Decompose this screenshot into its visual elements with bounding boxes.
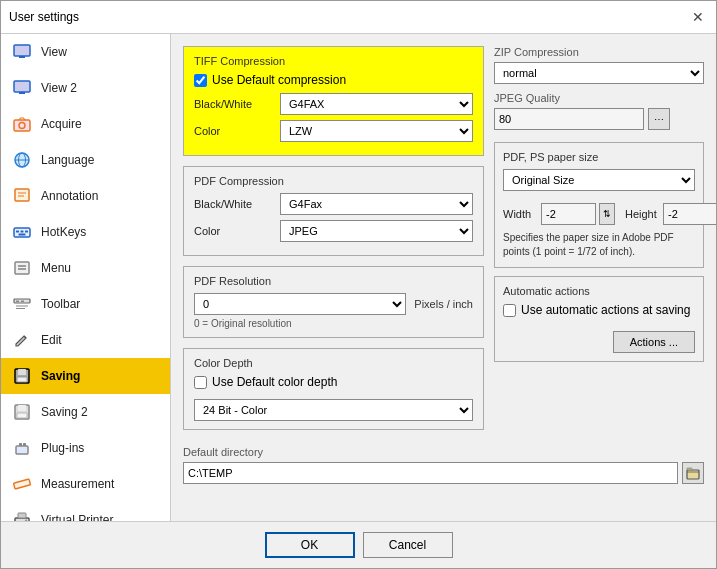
window-title: User settings xyxy=(9,10,79,24)
jpeg-quality-input[interactable] xyxy=(494,108,644,130)
pdf-section-title: PDF Compression xyxy=(194,175,473,187)
sidebar-item-edit[interactable]: Edit xyxy=(1,322,170,358)
zip-select[interactable]: normal fast best xyxy=(494,62,704,84)
saving-icon xyxy=(11,365,33,387)
user-settings-window: User settings ✕ View View 2 xyxy=(0,0,717,569)
tiff-color-select[interactable]: LZW JPEG None xyxy=(280,120,473,142)
sidebar-item-toolbar[interactable]: Toolbar xyxy=(1,286,170,322)
sidebar-item-saving[interactable]: Saving xyxy=(1,358,170,394)
pdf-bw-row: Black/White G4Fax JPEG LZW None xyxy=(194,193,473,215)
default-dir-row xyxy=(183,462,704,484)
svg-rect-36 xyxy=(18,513,26,518)
tiff-color-row: Color LZW JPEG None xyxy=(194,120,473,142)
sidebar-item-acquire[interactable]: Acquire xyxy=(1,106,170,142)
color-depth-section: Color Depth Use Default color depth 24 B… xyxy=(183,348,484,430)
sidebar-item-hotkeys[interactable]: HotKeys xyxy=(1,214,170,250)
svg-rect-16 xyxy=(19,234,26,236)
zip-section: ZIP Compression normal fast best xyxy=(494,46,704,84)
pdf-bw-label: Black/White xyxy=(194,198,274,210)
sidebar-label-saving: Saving xyxy=(41,369,80,383)
sidebar-label-hotkeys: HotKeys xyxy=(41,225,86,239)
printer-icon xyxy=(11,509,33,521)
tiff-use-default-checkbox[interactable] xyxy=(194,74,207,87)
saving2-icon xyxy=(11,401,33,423)
sidebar-item-annotation[interactable]: Annotation xyxy=(1,178,170,214)
camera-icon xyxy=(11,113,33,135)
svg-rect-13 xyxy=(16,231,19,233)
sidebar-label-toolbar: Toolbar xyxy=(41,297,80,311)
pdf-color-row: Color JPEG LZW None xyxy=(194,220,473,242)
monitor2-icon xyxy=(11,77,33,99)
width-input[interactable] xyxy=(541,203,596,225)
jpeg-label: JPEG Quality xyxy=(494,92,704,104)
width-spin-button[interactable]: ⇅ xyxy=(599,203,615,225)
sidebar-item-virtual-printer[interactable]: Virtual Printer xyxy=(1,502,170,521)
pdf-ps-size-select[interactable]: Original Size A4 Letter Custom xyxy=(503,169,695,191)
sidebar-label-measurement: Measurement xyxy=(41,477,114,491)
color-depth-use-default-checkbox[interactable] xyxy=(194,376,207,389)
sidebar-label-view2: View 2 xyxy=(41,81,77,95)
svg-rect-34 xyxy=(13,479,30,489)
tiff-use-default-row: Use Default compression xyxy=(194,73,473,87)
main-panel: TIFF Compression Use Default compression… xyxy=(171,34,716,521)
close-button[interactable]: ✕ xyxy=(688,7,708,27)
automatic-actions-section: Automatic actions Use automatic actions … xyxy=(494,276,704,362)
pdf-resolution-title: PDF Resolution xyxy=(194,275,473,287)
ok-button[interactable]: OK xyxy=(265,532,355,558)
svg-rect-9 xyxy=(15,189,29,201)
annotation-icon xyxy=(11,185,33,207)
svg-rect-29 xyxy=(18,405,26,411)
svg-rect-21 xyxy=(16,301,19,303)
svg-rect-27 xyxy=(17,377,27,382)
sidebar-label-view: View xyxy=(41,45,67,59)
width-label: Width xyxy=(503,208,538,220)
pdf-specifies-text: Specifies the paper size in Adobe PDF po… xyxy=(503,231,695,259)
pdf-ps-section: PDF, PS paper size Original Size A4 Lett… xyxy=(494,142,704,268)
auto-actions-checkbox[interactable] xyxy=(503,304,516,317)
svg-rect-15 xyxy=(25,231,28,233)
svg-rect-17 xyxy=(15,262,29,274)
jpeg-quality-button[interactable]: ⋯ xyxy=(648,108,670,130)
cancel-button[interactable]: Cancel xyxy=(363,532,453,558)
tiff-bw-label: Black/White xyxy=(194,98,274,110)
pdf-resolution-row: 0 72 96 150 200 300 Pixels / inch xyxy=(194,293,473,315)
pdf-bw-select[interactable]: G4Fax JPEG LZW None xyxy=(280,193,473,215)
actions-button[interactable]: Actions ... xyxy=(613,331,695,353)
sidebar-label-virtual-printer: Virtual Printer xyxy=(41,513,113,521)
auto-actions-title: Automatic actions xyxy=(503,285,695,297)
sidebar-item-saving2[interactable]: Saving 2 xyxy=(1,394,170,430)
tiff-bw-row: Black/White G4FAX LZW JPEG None xyxy=(194,93,473,115)
sidebar-label-saving2: Saving 2 xyxy=(41,405,88,419)
svg-rect-30 xyxy=(17,413,27,418)
height-input[interactable] xyxy=(663,203,716,225)
pdf-compression-section: PDF Compression Black/White G4Fax JPEG L… xyxy=(183,166,484,256)
sidebar-item-plugins[interactable]: Plug-ins xyxy=(1,430,170,466)
svg-rect-32 xyxy=(19,443,22,446)
pdf-color-select[interactable]: JPEG LZW None xyxy=(280,220,473,242)
tiff-bw-select[interactable]: G4FAX LZW JPEG None xyxy=(280,93,473,115)
default-dir-browse-button[interactable] xyxy=(682,462,704,484)
color-depth-select[interactable]: 24 Bit - Color 8 Bit - Grayscale 1 Bit -… xyxy=(194,399,473,421)
title-bar: User settings ✕ xyxy=(1,1,716,34)
color-depth-title: Color Depth xyxy=(194,357,473,369)
sidebar-item-language[interactable]: Language xyxy=(1,142,170,178)
sidebar-label-plugins: Plug-ins xyxy=(41,441,84,455)
svg-rect-3 xyxy=(19,92,25,94)
color-depth-use-default-label: Use Default color depth xyxy=(212,375,337,389)
sidebar: View View 2 Acquire Langua xyxy=(1,34,171,521)
sidebar-item-menu[interactable]: Menu xyxy=(1,250,170,286)
color-depth-use-default-row: Use Default color depth xyxy=(194,375,473,389)
svg-rect-1 xyxy=(19,56,25,58)
default-dir-input[interactable] xyxy=(183,462,678,484)
pdf-resolution-select[interactable]: 0 72 96 150 200 300 xyxy=(194,293,406,315)
auto-actions-checkbox-row: Use automatic actions at saving xyxy=(503,303,695,317)
tiff-color-label: Color xyxy=(194,125,274,137)
sidebar-item-view[interactable]: View xyxy=(1,34,170,70)
default-dir-label: Default directory xyxy=(183,446,704,458)
svg-rect-22 xyxy=(21,301,24,303)
plugin-icon xyxy=(11,437,33,459)
sidebar-item-view2[interactable]: View 2 xyxy=(1,70,170,106)
svg-rect-4 xyxy=(14,120,30,131)
jpeg-section: JPEG Quality ⋯ xyxy=(494,92,704,130)
sidebar-item-measurement[interactable]: Measurement xyxy=(1,466,170,502)
